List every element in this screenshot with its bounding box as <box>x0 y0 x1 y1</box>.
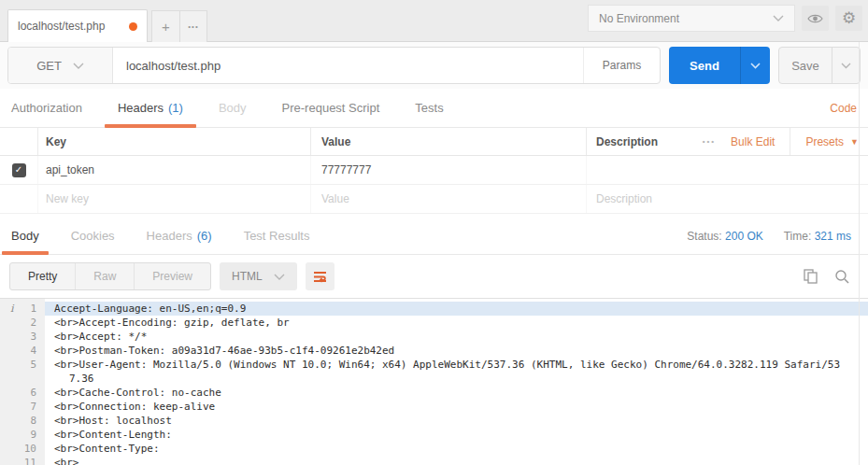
key-input[interactable] <box>46 163 310 176</box>
value-input[interactable] <box>321 163 586 176</box>
presets-dropdown[interactable]: Presets ▼ <box>790 128 859 155</box>
line-number: 9 <box>30 428 36 442</box>
response-body-viewer[interactable]: i1 Accept-Language: en-US,en;q=0.9 2 <br… <box>0 298 868 465</box>
status-value[interactable]: 200 OK <box>725 230 763 243</box>
status-label: Status: <box>687 230 721 243</box>
new-tab-button[interactable]: + <box>152 11 179 42</box>
method-selector[interactable]: GET <box>8 48 113 83</box>
environment-label: No Environment <box>599 12 679 25</box>
column-header-description: Description <box>586 128 703 155</box>
code-text: <br>Host: localhost <box>45 414 868 428</box>
send-options-button[interactable] <box>740 47 770 84</box>
tab-pre-request-script[interactable]: Pre-request Script <box>282 89 380 127</box>
code-text: <br>Content-Type: <box>45 442 868 456</box>
line-number: 11 <box>24 456 36 465</box>
view-mode-preview[interactable]: Preview <box>135 263 210 289</box>
response-headers-count-badge: (6) <box>197 229 212 243</box>
view-mode-pretty[interactable]: Pretty <box>10 263 76 289</box>
line-number: 5 <box>30 358 36 386</box>
tab-headers[interactable]: Headers (1) <box>118 89 183 127</box>
request-tab[interactable]: localhost/test.php <box>7 9 148 42</box>
request-tabs: Authorization Headers (1) Body Pre-reque… <box>0 89 868 128</box>
view-mode-raw[interactable]: Raw <box>76 263 135 289</box>
new-key-input[interactable] <box>46 192 310 205</box>
line-number: 6 <box>30 386 36 400</box>
code-line: 2 <br>Accept-Encoding: gzip, deflate, br <box>0 316 868 330</box>
send-button-group: Send <box>669 47 770 84</box>
save-button[interactable]: Save <box>779 48 832 83</box>
description-input[interactable] <box>596 163 868 176</box>
eye-icon <box>807 13 823 24</box>
format-selector[interactable]: HTML <box>220 262 297 290</box>
save-options-button[interactable] <box>832 48 860 83</box>
header-row: ✓ <box>0 156 868 185</box>
copy-icon[interactable] <box>804 269 818 285</box>
url-input[interactable] <box>113 48 583 83</box>
code-text: <br>Content-Length: <box>45 428 868 442</box>
code-line: 10 <br>Content-Type: <box>0 442 868 456</box>
response-tab-body[interactable]: Body <box>11 218 39 254</box>
tab-body[interactable]: Body <box>219 89 247 127</box>
column-header-key: Key <box>37 128 310 155</box>
response-tab-test-results[interactable]: Test Results <box>244 218 310 254</box>
settings-button[interactable]: ⚙ <box>835 6 862 31</box>
row-checkbox[interactable]: ✓ <box>12 163 26 177</box>
chevron-down-icon <box>274 274 285 280</box>
response-tabs: Body Cookies Headers (6) Test Results St… <box>0 218 868 255</box>
url-box: GET Params <box>7 47 661 84</box>
params-button[interactable]: Params <box>583 48 660 83</box>
request-builder: GET Params Send Save <box>0 42 868 89</box>
unsaved-changes-dot <box>129 22 137 31</box>
response-tab-headers[interactable]: Headers (6) <box>147 218 212 254</box>
new-value-input[interactable] <box>321 192 586 205</box>
code-line: i1 Accept-Language: en-US,en;q=0.9 <box>0 302 868 316</box>
code-line: 5 <br>User-Agent: Mozilla/5.0 (Windows N… <box>0 358 868 386</box>
environment-selector[interactable]: No Environment <box>588 5 795 32</box>
request-tab-title: localhost/test.php <box>18 20 129 33</box>
chevron-down-icon <box>773 15 784 21</box>
caret-down-icon: ▼ <box>850 137 859 147</box>
new-description-input[interactable] <box>596 192 868 205</box>
code-text: <br>User-Agent: Mozilla/5.0 (Windows NT … <box>45 358 868 386</box>
headers-table-header: Key Value Description ••• Bulk Edit Pres… <box>0 128 868 156</box>
time-value[interactable]: 321 ms <box>815 230 851 243</box>
save-button-group: Save <box>778 47 861 84</box>
bulk-edit-link[interactable]: Bulk Edit <box>731 135 775 148</box>
more-tabs-button[interactable]: ••• <box>179 11 206 42</box>
response-tab-cookies[interactable]: Cookies <box>71 218 115 254</box>
code-text: <br> <box>45 456 868 465</box>
more-options-icon[interactable]: ••• <box>703 137 716 146</box>
environment-quick-look-button[interactable] <box>802 6 829 31</box>
info-icon[interactable]: i <box>10 302 14 316</box>
postman-app: localhost/test.php + ••• No Environment … <box>0 0 868 465</box>
search-icon[interactable] <box>834 269 849 284</box>
code-text: <br>Postman-Token: a09a31d7-46ae-93b5-c1… <box>45 344 868 358</box>
wrap-text-button[interactable] <box>306 262 334 290</box>
line-number: 10 <box>24 442 36 456</box>
response-meta: Status: 200 OK Time: 321 ms <box>687 230 857 243</box>
line-number: 1 <box>30 302 36 316</box>
code-line: 6 <br>Cache-Control: no-cache <box>0 386 868 400</box>
line-number: 4 <box>30 344 36 358</box>
code-line: 9 <br>Content-Length: <box>0 428 868 442</box>
line-number: 2 <box>30 316 36 330</box>
line-number: 8 <box>30 414 36 428</box>
code-text: <br>Accept: */* <box>45 330 868 344</box>
tab-authorization[interactable]: Authorization <box>11 89 82 127</box>
tab-actions: + ••• <box>151 10 207 42</box>
format-label: HTML <box>232 270 263 283</box>
code-line: 8 <br>Host: localhost <box>0 414 868 428</box>
time-label: Time: <box>784 230 812 243</box>
view-mode-switch: Pretty Raw Preview <box>9 262 211 290</box>
response-toolbar-right <box>804 269 859 285</box>
new-header-row <box>0 185 868 214</box>
code-line: 11 <br> <box>0 456 868 465</box>
tab-strip: localhost/test.php + ••• No Environment … <box>0 0 868 42</box>
send-button[interactable]: Send <box>669 47 740 84</box>
line-number: 3 <box>30 330 36 344</box>
chevron-down-icon <box>750 63 761 69</box>
code-link[interactable]: Code <box>830 102 857 115</box>
topbar-right: No Environment ⚙ <box>588 5 862 32</box>
header-actions: ••• Bulk Edit Presets ▼ <box>703 128 868 155</box>
tab-tests[interactable]: Tests <box>415 89 443 127</box>
